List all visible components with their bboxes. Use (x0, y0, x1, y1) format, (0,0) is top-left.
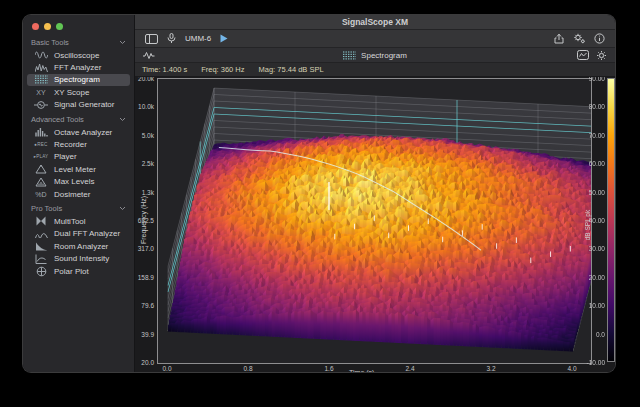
sidebar-item-dosimeter[interactable]: %DDosimeter (27, 188, 130, 200)
chart-area: Frequency (Hz) 20.0k10.0k5.0k2.5k1.3k632… (135, 77, 615, 372)
sidebar-item-label: MultiTool (54, 217, 86, 226)
spectrogram-icon (31, 75, 51, 84)
section-header-pro-tools[interactable]: Pro Tools (23, 200, 134, 215)
titlebar: SignalScope XM (135, 15, 615, 30)
sidebar-item-polar-plot[interactable]: Polar Plot (27, 265, 130, 277)
level-meter-icon (31, 164, 51, 174)
cursor-mag: Mag: 75.44 dB SPL (259, 65, 324, 74)
sidebar-item-label: Polar Plot (54, 267, 89, 276)
share-icon[interactable] (554, 33, 564, 44)
sidebar-item-dual-fft-analyzer[interactable]: Dual FFT Analyzer (27, 228, 130, 240)
cursor-time: Time: 1.400 s (142, 65, 187, 74)
play-icon[interactable] (220, 34, 228, 43)
minimize-button[interactable] (44, 23, 51, 30)
max-levels-icon (31, 177, 51, 187)
colorbar-tick: 20.00 (581, 274, 605, 281)
colorbar-tick: 30.00 (581, 245, 605, 252)
colorbar-tick: -10.00 (581, 359, 605, 366)
sidebar-item-player[interactable]: ▸PLAYPlayer (27, 151, 130, 163)
waterfall-surface (158, 79, 591, 363)
section-label: Basic Tools (31, 38, 69, 47)
sidebar-item-multitool[interactable]: MultiTool (27, 215, 130, 227)
spectrogram-plot[interactable] (157, 78, 592, 364)
tab-spectrogram[interactable]: Spectrogram (135, 51, 615, 60)
input-device-label[interactable]: UMM-6 (185, 34, 211, 43)
colorbar (607, 78, 615, 362)
dosimeter-icon: %D (31, 191, 51, 198)
microphone-icon[interactable] (167, 33, 176, 44)
sidebar-item-level-meter[interactable]: Level Meter (27, 163, 130, 175)
x-tick: 0.0 (157, 365, 177, 372)
colorbar-tick: 70.00 (581, 132, 605, 139)
y-tick: 317.0 (135, 245, 154, 252)
x-tick: 4.0 (562, 365, 582, 372)
section-header-basic-tools[interactable]: Basic Tools (23, 34, 134, 49)
x-tick: 1.6 (319, 365, 339, 372)
xy-scope-icon: XY (31, 89, 51, 96)
sidebar-item-oscilloscope[interactable]: Oscilloscope (27, 49, 130, 61)
sidebar-item-sound-intensity[interactable]: Sound Intensity (27, 252, 130, 264)
main-panel: SignalScope XM UMM-6 (135, 15, 615, 372)
sidebar-item-recorder[interactable]: ●RECRecorder (27, 138, 130, 150)
tool-list: Basic ToolsOscilloscopeFFT AnalyzerSpect… (23, 34, 134, 277)
sidebar-item-label: Room Analyzer (54, 242, 108, 251)
spectrogram-icon (343, 51, 356, 60)
sidebar-item-room-analyzer[interactable]: Room Analyzer (27, 240, 130, 252)
sidebar-item-xy-scope[interactable]: XYXY Scope (27, 86, 130, 98)
sidebar-item-label: Level Meter (54, 165, 96, 174)
colorbar-tick: 80.00 (581, 103, 605, 110)
dual-fft-analyzer-icon (31, 229, 51, 239)
sidebar-item-fft-analyzer[interactable]: FFT Analyzer (27, 61, 130, 73)
y-tick: 20.0k (135, 77, 154, 82)
x-axis-title: Time (s) (349, 369, 374, 372)
sidebar-toggle-icon[interactable] (145, 34, 158, 44)
sidebar-item-max-levels[interactable]: Max Levels (27, 176, 130, 188)
sidebar-item-label: Spectrogram (54, 75, 100, 84)
cursor-freq: Freq: 360 Hz (201, 65, 244, 74)
sidebar-item-label: Player (54, 152, 77, 161)
colorbar-tick: 10.00 (581, 302, 605, 309)
colorbar-tick: 60.00 (581, 160, 605, 167)
chevron-down-icon (119, 206, 126, 211)
polar-plot-icon (31, 266, 51, 277)
zoom-button[interactable] (56, 23, 63, 30)
sidebar-item-label: Octave Analyzer (54, 128, 112, 137)
info-icon[interactable] (594, 33, 605, 44)
x-tick: 2.4 (400, 365, 420, 372)
sidebar-item-label: Dosimeter (54, 190, 90, 199)
recorder-icon: ●REC (31, 142, 51, 147)
sidebar-item-label: Recorder (54, 140, 87, 149)
app-window: Basic ToolsOscilloscopeFFT AnalyzerSpect… (22, 14, 616, 373)
sidebar-item-signal-generator[interactable]: Signal Generator (27, 99, 130, 111)
sidebar-item-label: Signal Generator (54, 100, 114, 109)
window-title: SignalScope XM (342, 17, 408, 27)
section-label: Pro Tools (31, 204, 62, 213)
sidebar-item-octave-analyzer[interactable]: Octave Analyzer (27, 126, 130, 138)
room-analyzer-icon (31, 241, 51, 251)
cursor-readout-bar: Time: 1.400 s Freq: 360 Hz Mag: 75.44 dB… (135, 63, 615, 77)
player-icon: ▸PLAY (31, 154, 51, 159)
colorbar-title: dB SPL pk (584, 210, 591, 240)
x-tick: 3.2 (481, 365, 501, 372)
colorbar-tick: 0.0 (581, 331, 605, 338)
sidebar-item-label: Max Levels (54, 177, 94, 186)
sidebar-item-label: Sound Intensity (54, 254, 109, 263)
close-button[interactable] (32, 23, 39, 30)
sidebar-item-label: FFT Analyzer (54, 63, 101, 72)
colorbar-tick: 50.00 (581, 189, 605, 196)
sound-intensity-icon (31, 254, 51, 264)
y-tick: 2.5k (135, 160, 154, 167)
multitool-icon (31, 216, 51, 226)
section-label: Advanced Tools (31, 115, 84, 124)
settings-gears-icon[interactable] (573, 33, 585, 44)
sidebar-item-label: Dual FFT Analyzer (54, 229, 120, 238)
y-tick: 20.0 (135, 359, 154, 366)
y-tick: 10.0k (135, 103, 154, 110)
colorbar-tick: 90.00 (581, 77, 605, 82)
chevron-down-icon (119, 117, 126, 122)
sidebar-item-spectrogram[interactable]: Spectrogram (27, 74, 130, 86)
oscilloscope-icon (31, 50, 51, 60)
section-header-advanced-tools[interactable]: Advanced Tools (23, 111, 134, 126)
y-tick: 1.3k (135, 189, 154, 196)
sidebar-item-label: XY Scope (54, 88, 89, 97)
